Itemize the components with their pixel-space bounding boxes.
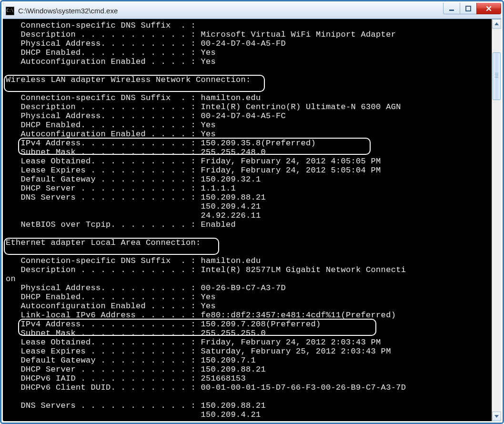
- line: NetBIOS over Tcpip. . . . . . . . : Enab…: [6, 220, 236, 229]
- line: Default Gateway . . . . . . . . . : 150.…: [6, 175, 261, 184]
- line: Lease Obtained. . . . . . . . . . : Frid…: [6, 157, 381, 166]
- chevron-down-icon: [494, 415, 499, 418]
- app-icon: C:\: [6, 7, 14, 15]
- line: Description . . . . . . . . . . . : Inte…: [6, 265, 406, 274]
- terminal-container: Connection-specific DNS Suffix . : Descr…: [3, 19, 501, 421]
- line: Physical Address. . . . . . . . . : 00-2…: [6, 39, 286, 48]
- line: Lease Obtained. . . . . . . . . . : Frid…: [6, 338, 381, 347]
- scroll-thumb[interactable]: [493, 52, 501, 100]
- scroll-track[interactable]: [492, 29, 501, 412]
- line: Autoconfiguration Enabled . . . . : Yes: [6, 130, 216, 139]
- line: Description . . . . . . . . . . . : Micr…: [6, 30, 396, 39]
- line: IPv4 Address. . . . . . . . . . . : 150.…: [6, 320, 321, 329]
- line: Connection-specific DNS Suffix . :: [6, 21, 196, 30]
- line: DNS Servers . . . . . . . . . . . : 150.…: [6, 401, 266, 410]
- line: Link-local IPv6 Address . . . . . : fe80…: [6, 311, 396, 320]
- line: DHCP Enabled. . . . . . . . . . . : Yes: [6, 293, 216, 302]
- command-prompt-window: C:\ C:\Windows\system32\cmd.exe Connecti…: [3, 3, 501, 421]
- scroll-up-button[interactable]: [492, 19, 501, 29]
- line: Autoconfiguration Enabled . . . . : Yes: [6, 57, 216, 66]
- line: Connection-specific DNS Suffix . : hamil…: [6, 256, 261, 265]
- line: Subnet Mask . . . . . . . . . . . : 255.…: [6, 148, 266, 157]
- window-title: C:\Windows\system32\cmd.exe: [18, 7, 118, 15]
- line: Wireless LAN adapter Wireless Network Co…: [6, 75, 251, 84]
- line: DHCP Server . . . . . . . . . . . : 150.…: [6, 365, 266, 374]
- titlebar[interactable]: C:\ C:\Windows\system32\cmd.exe: [3, 3, 501, 19]
- scroll-down-button[interactable]: [492, 412, 501, 421]
- line: Connection-specific DNS Suffix . : hamil…: [6, 93, 261, 102]
- line: 24.92.226.11: [6, 211, 261, 220]
- svg-rect-1: [466, 6, 471, 11]
- line: IPv4 Address. . . . . . . . . . . : 150.…: [6, 139, 316, 148]
- line: Autoconfiguration Enabled . . . . : Yes: [6, 302, 216, 311]
- maximize-button[interactable]: [460, 3, 477, 14]
- line: DHCP Server . . . . . . . . . . . : 1.1.…: [6, 184, 236, 193]
- terminal-output[interactable]: Connection-specific DNS Suffix . : Descr…: [3, 19, 492, 421]
- line: DHCP Enabled. . . . . . . . . . . : Yes: [6, 48, 216, 57]
- line: Default Gateway . . . . . . . . . : 150.…: [6, 356, 256, 365]
- line: DNS Servers . . . . . . . . . . . : 150.…: [6, 193, 266, 202]
- line: 150.209.4.21: [6, 410, 261, 419]
- line: Ethernet adapter Local Area Connection:: [6, 238, 201, 247]
- line: Subnet Mask . . . . . . . . . . . : 255.…: [6, 329, 266, 338]
- close-button[interactable]: [476, 3, 501, 14]
- line: Physical Address. . . . . . . . . : 00-2…: [6, 111, 286, 121]
- window-controls: [444, 3, 501, 14]
- line: 150.209.4.21: [6, 202, 261, 211]
- line: on: [6, 274, 16, 283]
- vertical-scrollbar[interactable]: [492, 19, 501, 421]
- line: DHCPv6 Client DUID. . . . . . . . : 00-0…: [6, 383, 406, 392]
- line: DHCPv6 IAID . . . . . . . . . . . : 2516…: [6, 374, 246, 383]
- line: Description . . . . . . . . . . . : Inte…: [6, 102, 401, 111]
- line: Lease Expires . . . . . . . . . . : Frid…: [6, 166, 381, 175]
- svg-rect-0: [449, 10, 454, 11]
- line: DHCP Enabled. . . . . . . . . . . : Yes: [6, 121, 216, 130]
- minimize-button[interactable]: [443, 3, 460, 14]
- line: Lease Expires . . . . . . . . . . : Satu…: [6, 347, 391, 356]
- chevron-up-icon: [494, 22, 499, 25]
- line: Physical Address. . . . . . . . . : 00-2…: [6, 283, 286, 293]
